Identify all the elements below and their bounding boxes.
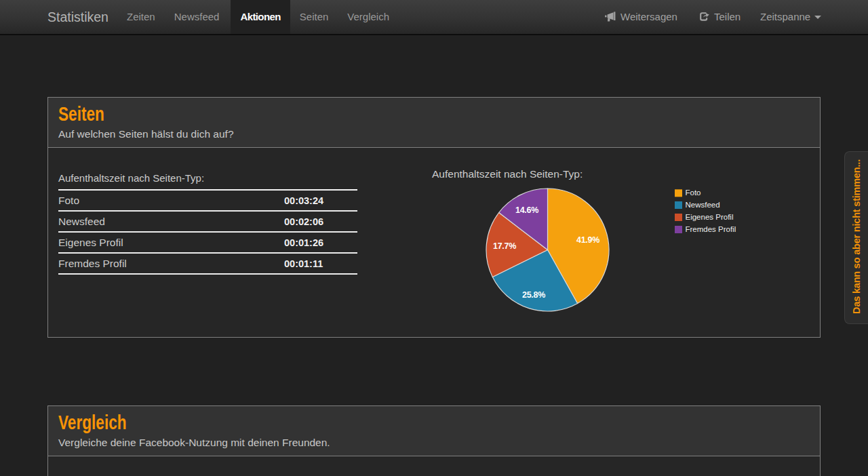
svg-text:Foto: Foto — [686, 189, 701, 197]
svg-text:14.6%: 14.6% — [515, 205, 538, 215]
svg-text:25.8%: 25.8% — [522, 290, 545, 300]
svg-text:41.9%: 41.9% — [576, 235, 599, 245]
svg-text:Eigenes Profil: Eigenes Profil — [686, 213, 734, 221]
svg-text:Newsfeed: Newsfeed — [686, 201, 720, 209]
svg-text:Aufenthaltszeit nach Seiten-Ty: Aufenthaltszeit nach Seiten-Typ: — [432, 168, 583, 180]
svg-text:Fremdes Profil: Fremdes Profil — [686, 225, 736, 233]
svg-text:17.7%: 17.7% — [493, 241, 516, 251]
